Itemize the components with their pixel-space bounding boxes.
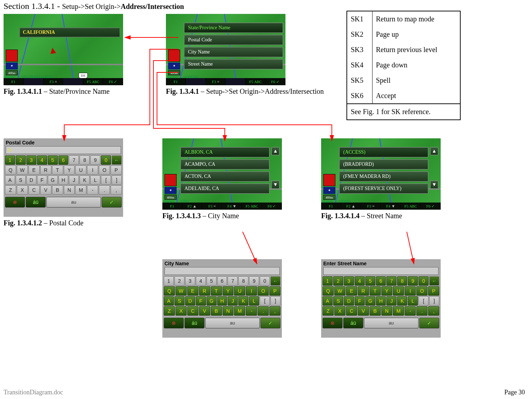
- key-V[interactable]: V: [358, 306, 369, 316]
- key-,[interactable]: ,: [111, 185, 122, 195]
- key-K[interactable]: K: [238, 296, 248, 306]
- key-[[interactable]: [: [101, 175, 111, 185]
- key-,[interactable]: ,: [269, 306, 280, 316]
- key-C[interactable]: C: [187, 306, 198, 316]
- key-F[interactable]: F: [196, 296, 206, 306]
- key-W[interactable]: W: [176, 286, 187, 296]
- page-down-button[interactable]: ▼: [430, 180, 439, 189]
- space-button[interactable]: au: [205, 318, 260, 328]
- backspace-key[interactable]: ←: [429, 276, 439, 286]
- key-Q[interactable]: Q: [5, 165, 16, 175]
- space-button[interactable]: au: [364, 318, 419, 328]
- key-D[interactable]: D: [185, 296, 195, 306]
- space-button[interactable]: au: [46, 197, 101, 208]
- f3-key[interactable]: F3 ≡: [206, 78, 226, 85]
- key-A[interactable]: A: [323, 296, 333, 306]
- key-9[interactable]: 9: [90, 155, 100, 165]
- list-item[interactable]: (ACCESS): [339, 147, 429, 158]
- accept-button[interactable]: ✓: [419, 318, 439, 328]
- key-7[interactable]: 7: [69, 155, 79, 165]
- key-6[interactable]: 6: [59, 155, 69, 165]
- key-F[interactable]: F: [355, 296, 365, 306]
- key-7[interactable]: 7: [228, 276, 238, 286]
- key-D[interactable]: D: [26, 175, 36, 185]
- f1-key[interactable]: F1: [4, 78, 24, 85]
- key-C[interactable]: C: [29, 185, 40, 195]
- key-P[interactable]: P: [269, 286, 280, 296]
- key-][interactable]: ]: [429, 296, 439, 306]
- key-1[interactable]: 1: [323, 276, 333, 286]
- key-5[interactable]: 5: [365, 276, 375, 286]
- page-down-button[interactable]: ▼: [271, 180, 280, 189]
- key-9[interactable]: 9: [408, 276, 418, 286]
- key-Y[interactable]: Y: [64, 165, 75, 175]
- key-6[interactable]: 6: [217, 276, 227, 286]
- key-Z[interactable]: Z: [164, 306, 175, 316]
- key-6[interactable]: 6: [376, 276, 386, 286]
- menu-postal-code[interactable]: Postal Code: [184, 35, 283, 45]
- accept-button[interactable]: ✓: [260, 318, 280, 328]
- list-item[interactable]: (BRADFORD): [339, 159, 429, 170]
- key-G[interactable]: G: [207, 296, 217, 306]
- key-O[interactable]: O: [258, 286, 269, 296]
- key-M[interactable]: M: [234, 306, 245, 316]
- key-9[interactable]: 9: [249, 276, 259, 286]
- menu-street-name[interactable]: Street Name: [184, 59, 283, 70]
- key-E[interactable]: E: [346, 286, 357, 296]
- key-B[interactable]: B: [211, 306, 222, 316]
- key-E[interactable]: E: [187, 286, 198, 296]
- f2-key[interactable]: F2 ▲: [182, 203, 202, 210]
- key-L[interactable]: L: [408, 296, 418, 306]
- key-3[interactable]: 3: [344, 276, 354, 286]
- menu-city-name[interactable]: City Name: [184, 47, 283, 57]
- key-][interactable]: ]: [112, 175, 122, 185]
- state-input[interactable]: CALIFORNIA: [19, 27, 120, 37]
- key-5[interactable]: 5: [48, 155, 58, 165]
- key-X[interactable]: X: [176, 306, 187, 316]
- f5-key[interactable]: F5 ABC: [242, 203, 262, 210]
- key-5[interactable]: 5: [207, 276, 217, 286]
- key-B[interactable]: B: [52, 185, 63, 195]
- accept-button[interactable]: ✓: [102, 197, 122, 208]
- key-I[interactable]: I: [87, 165, 98, 175]
- key-I[interactable]: I: [246, 286, 257, 296]
- key-8[interactable]: 8: [80, 155, 90, 165]
- f3-key[interactable]: F3 ≡: [202, 203, 222, 210]
- key-S[interactable]: S: [333, 296, 343, 306]
- f6-key[interactable]: F6 ✓: [262, 203, 282, 210]
- key--[interactable]: -: [405, 306, 416, 316]
- key-K[interactable]: K: [80, 175, 90, 185]
- f2-key[interactable]: F2 ▲: [341, 203, 361, 210]
- key-J[interactable]: J: [228, 296, 238, 306]
- key-U[interactable]: U: [234, 286, 245, 296]
- key-2[interactable]: 2: [16, 155, 26, 165]
- cancel-button[interactable]: ⊗: [164, 318, 184, 328]
- key-T[interactable]: T: [370, 286, 381, 296]
- key-U[interactable]: U: [393, 286, 404, 296]
- key-A[interactable]: A: [5, 175, 15, 185]
- key--[interactable]: -: [246, 306, 257, 316]
- key-J[interactable]: J: [386, 296, 396, 306]
- city-input[interactable]: [164, 267, 280, 275]
- f3-key[interactable]: F3 ≡: [361, 203, 381, 210]
- key-V[interactable]: V: [199, 306, 210, 316]
- key-[[interactable]: [: [419, 296, 429, 306]
- key-0[interactable]: 0: [260, 276, 270, 286]
- key-[[interactable]: [: [260, 296, 270, 306]
- key-R[interactable]: R: [40, 165, 51, 175]
- key-D[interactable]: D: [344, 296, 354, 306]
- f5-key[interactable]: F5 ABC: [245, 78, 265, 85]
- key-H[interactable]: H: [217, 296, 227, 306]
- key-4[interactable]: 4: [196, 276, 206, 286]
- key-.[interactable]: .: [99, 185, 110, 195]
- key-J[interactable]: J: [69, 175, 79, 185]
- key-4[interactable]: 4: [355, 276, 365, 286]
- key-1[interactable]: 1: [5, 155, 15, 165]
- key-W[interactable]: W: [334, 286, 345, 296]
- f6-key[interactable]: F6 ✓: [421, 203, 441, 210]
- key-I[interactable]: I: [405, 286, 416, 296]
- key-O[interactable]: O: [416, 286, 427, 296]
- key-U[interactable]: U: [75, 165, 86, 175]
- key-B[interactable]: B: [370, 306, 381, 316]
- menu-state-province[interactable]: State/Province Name: [184, 22, 283, 33]
